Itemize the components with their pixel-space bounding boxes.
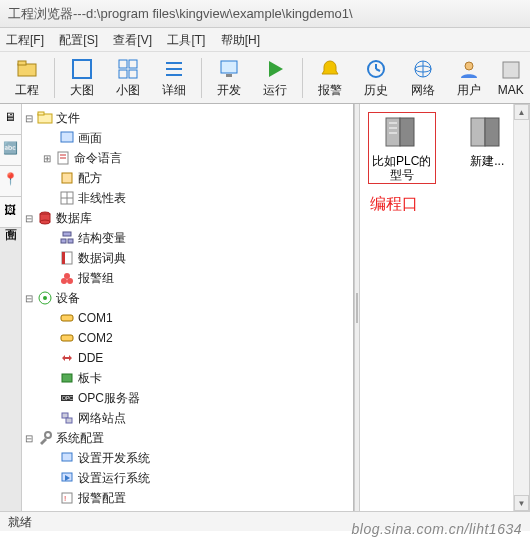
node-netsite[interactable]: 网络站点	[22, 408, 353, 428]
item-new-label: 新建...	[470, 154, 504, 168]
svg-point-43	[43, 296, 47, 300]
alarm-icon	[318, 57, 342, 81]
tb-small-label: 小图	[116, 82, 140, 99]
node-histcfg[interactable]: 历史数据记录	[22, 508, 353, 511]
menubar: 工程[F] 配置[S] 查看[V] 工具[T] 帮助[H]	[0, 28, 530, 52]
pic-tab-icon: 🖼	[4, 203, 17, 217]
tb-user[interactable]: 用户	[446, 54, 492, 102]
dev-icon	[217, 57, 241, 81]
svg-rect-34	[63, 232, 71, 236]
system-tab-icon: 🖥	[4, 110, 17, 124]
annotation-label: 编程口	[370, 194, 418, 215]
node-alarmgrp[interactable]: 报警组	[22, 268, 353, 288]
svg-rect-5	[119, 70, 127, 78]
expand-icon[interactable]: ⊞	[40, 153, 54, 164]
node-datadict[interactable]: 数据词典	[22, 248, 353, 268]
vtab-system[interactable]: 🖥系统	[0, 104, 21, 135]
collapse-icon[interactable]: ⊟	[22, 293, 36, 304]
table-icon	[58, 191, 76, 205]
tb-run[interactable]: 运行	[252, 54, 298, 102]
node-syscfg[interactable]: ⊟ 系统配置	[22, 428, 353, 448]
svg-marker-12	[269, 61, 283, 77]
scroll-up-button[interactable]: ▲	[514, 104, 529, 120]
tb-user-label: 用户	[457, 82, 481, 99]
item-plc[interactable]: 比如PLC的型号	[368, 112, 436, 184]
netsite-icon	[58, 411, 76, 425]
main-area: 🖥系统 🔤变量 📍站点 🖼画面 ⊟ 文件 画面 ⊞ 命令语言 配方	[0, 104, 530, 511]
svg-rect-4	[129, 60, 137, 68]
svg-point-41	[64, 273, 70, 279]
svg-text:OPC: OPC	[62, 395, 73, 401]
node-files[interactable]: ⊟ 文件	[22, 108, 353, 128]
node-alarmcfg[interactable]: ! 报警配置	[22, 488, 353, 508]
tb-net[interactable]: 网络	[399, 54, 445, 102]
node-opc[interactable]: OPC OPC服务器	[22, 388, 353, 408]
menu-project[interactable]: 工程[F]	[6, 33, 44, 47]
tb-alarm[interactable]: 报警	[307, 54, 353, 102]
make-icon	[499, 58, 523, 82]
tb-big[interactable]: 大图	[59, 54, 105, 102]
tb-alarm-label: 报警	[318, 82, 342, 99]
svg-rect-10	[221, 61, 237, 73]
node-com2[interactable]: COM2	[22, 328, 353, 348]
svg-point-51	[45, 432, 51, 438]
svg-point-19	[465, 62, 473, 70]
tb-small[interactable]: 小图	[105, 54, 151, 102]
toolbar: 工程 大图 小图 详细 开发 运行 报警 历史 网络 用户 MAK	[0, 52, 530, 104]
tb-detail[interactable]: 详细	[151, 54, 197, 102]
node-recipe[interactable]: 配方	[22, 168, 353, 188]
svg-rect-59	[400, 118, 414, 146]
tb-history-label: 历史	[364, 82, 388, 99]
title-text: 工程浏览器---d:\program files\kingview\exampl…	[8, 6, 353, 21]
tb-run-label: 运行	[263, 82, 287, 99]
node-board[interactable]: 板卡	[22, 368, 353, 388]
menu-view[interactable]: 查看[V]	[113, 33, 152, 47]
tb-big-label: 大图	[70, 82, 94, 99]
tb-make[interactable]: MAK	[492, 54, 530, 102]
menu-tools[interactable]: 工具[T]	[167, 33, 205, 47]
node-nonlinear[interactable]: 非线性表	[22, 188, 353, 208]
tb-dev-label: 开发	[217, 82, 241, 99]
node-runcfg[interactable]: 设置运行系统	[22, 468, 353, 488]
node-cmdlang[interactable]: ⊞ 命令语言	[22, 148, 353, 168]
plc-icon	[382, 114, 422, 150]
collapse-icon[interactable]: ⊟	[22, 213, 36, 224]
scroll-track[interactable]	[514, 120, 529, 495]
separator	[201, 58, 202, 98]
menu-help[interactable]: 帮助[H]	[221, 33, 260, 47]
menu-config[interactable]: 配置[S]	[59, 33, 98, 47]
collapse-icon[interactable]: ⊟	[22, 113, 36, 124]
tb-project[interactable]: 工程	[4, 54, 50, 102]
svg-rect-64	[485, 118, 499, 146]
vertical-scrollbar[interactable]: ▲ ▼	[513, 104, 529, 511]
scroll-down-button[interactable]: ▼	[514, 495, 529, 511]
screen-icon	[58, 131, 76, 145]
svg-point-40	[67, 278, 73, 284]
tb-detail-label: 详细	[162, 82, 186, 99]
runcfg-icon	[58, 471, 76, 485]
board-icon	[58, 371, 76, 385]
item-new[interactable]: 新建...	[454, 112, 522, 184]
node-dde[interactable]: DDE	[22, 348, 353, 368]
recipe-icon	[58, 171, 76, 185]
node-dev[interactable]: ⊟ 设备	[22, 288, 353, 308]
node-screens[interactable]: 画面	[22, 128, 353, 148]
vtab-pic[interactable]: 🖼画面	[0, 197, 21, 228]
alarmgrp-icon	[58, 271, 76, 285]
svg-rect-1	[18, 61, 26, 65]
vtab-site[interactable]: 📍站点	[0, 166, 21, 197]
svg-rect-0	[18, 64, 36, 76]
tb-make-label: MAK	[498, 83, 524, 97]
dde-icon	[58, 351, 76, 365]
node-com1[interactable]: COM1	[22, 308, 353, 328]
item-list: 比如PLC的型号 新建...	[360, 104, 529, 192]
folder-open-icon	[36, 111, 54, 125]
com-port-icon	[58, 311, 76, 325]
node-db[interactable]: ⊟ 数据库	[22, 208, 353, 228]
node-structvar[interactable]: 结构变量	[22, 228, 353, 248]
vtab-var[interactable]: 🔤变量	[0, 135, 21, 166]
collapse-icon[interactable]: ⊟	[22, 433, 36, 444]
tb-dev[interactable]: 开发	[206, 54, 252, 102]
node-devcfg[interactable]: 设置开发系统	[22, 448, 353, 468]
tb-history[interactable]: 历史	[353, 54, 399, 102]
